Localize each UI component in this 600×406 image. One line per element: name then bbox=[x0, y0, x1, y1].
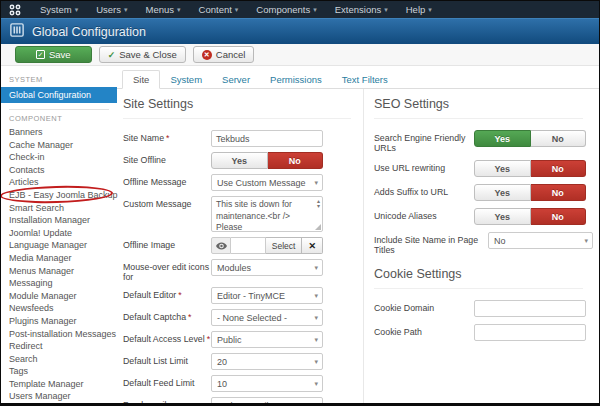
unicode-aliases-toggle: Yes No bbox=[474, 208, 586, 225]
tab-permissions[interactable]: Permissions bbox=[260, 71, 332, 88]
sidebar-item-language-manager[interactable]: Language Manager bbox=[1, 239, 117, 252]
tab-system[interactable]: System bbox=[160, 71, 212, 88]
sidebar-item-installation-manager[interactable]: Installation Manager bbox=[1, 214, 117, 227]
chevron-down-icon: ▾ bbox=[314, 380, 318, 388]
sef-urls-label: Search Engine Friendly URLs bbox=[374, 130, 474, 153]
feed-limit-select[interactable]: 10 ▾ bbox=[211, 375, 323, 392]
sidebar-heading-system: SYSTEM bbox=[9, 75, 109, 84]
sidebar-item-newsfeeds[interactable]: Newsfeeds bbox=[1, 302, 117, 315]
feed-limit-label: Default Feed Limit bbox=[123, 375, 211, 388]
mouseover-icons-label: Mouse-over edit icons for bbox=[123, 259, 211, 282]
sidebar-item-global-configuration[interactable]: Global Configuration bbox=[1, 87, 117, 103]
tab-server[interactable]: Server bbox=[212, 71, 260, 88]
cookie-domain-label: Cookie Domain bbox=[374, 300, 474, 313]
menu-extensions[interactable]: Extensions▾ bbox=[326, 4, 397, 15]
chevron-down-icon: ▾ bbox=[314, 264, 318, 272]
url-suffix-no-button[interactable]: No bbox=[531, 184, 587, 201]
tab-site[interactable]: Site bbox=[122, 70, 160, 89]
custom-message-textarea[interactable]: This site is down for maintenance.<br />… bbox=[211, 196, 323, 232]
sidebar-item-plugins-manager[interactable]: Plugins Manager bbox=[1, 315, 117, 328]
sidebar-item-messaging[interactable]: Messaging bbox=[1, 277, 117, 290]
sidebar-item-search[interactable]: Search bbox=[1, 353, 117, 366]
sef-urls-no-button[interactable]: No bbox=[531, 130, 587, 147]
required-asterisk: * bbox=[207, 334, 210, 344]
save-close-button[interactable]: ✓ Save & Close bbox=[99, 46, 186, 63]
sitename-in-titles-select[interactable]: No ▾ bbox=[488, 232, 593, 249]
sidebar-item-users-manager[interactable]: Users Manager bbox=[1, 390, 117, 403]
cookie-settings-heading: Cookie Settings bbox=[374, 263, 583, 289]
caret-down-icon: ▾ bbox=[124, 6, 128, 13]
offline-message-label: Offline Message bbox=[123, 174, 211, 187]
sidebar-item-module-manager[interactable]: Module Manager bbox=[1, 290, 117, 303]
caret-down-icon: ▾ bbox=[235, 6, 239, 13]
mouseover-icons-select[interactable]: Modules ▾ bbox=[211, 259, 323, 276]
clear-image-button[interactable]: ✕ bbox=[302, 237, 323, 254]
sidebar-item-check-in[interactable]: Check-in bbox=[1, 151, 117, 164]
cookie-domain-input[interactable] bbox=[474, 300, 586, 317]
menu-users[interactable]: Users▾ bbox=[87, 4, 136, 15]
sidebar-item-ejb-easy-joomla-backup[interactable]: EJB - Easy Joomla Backup bbox=[1, 189, 117, 202]
sidebar-heading-component: COMPONENT bbox=[9, 114, 109, 123]
eye-icon[interactable] bbox=[211, 237, 231, 254]
select-image-button[interactable]: Select bbox=[266, 237, 303, 254]
sidebar-item-joomla-update[interactable]: Joomla! Update bbox=[1, 227, 117, 240]
menu-menus[interactable]: Menus▾ bbox=[137, 4, 190, 15]
site-settings-heading: Site Settings bbox=[123, 93, 351, 119]
menu-help[interactable]: Help▾ bbox=[397, 4, 441, 15]
default-access-select[interactable]: Public ▾ bbox=[211, 331, 323, 348]
config-tabs: Site System Server Permissions Text Filt… bbox=[117, 66, 599, 89]
offline-image-input[interactable] bbox=[231, 237, 266, 254]
url-suffix-label: Adds Suffix to URL bbox=[374, 184, 474, 197]
save-button[interactable]: ✓ Save bbox=[15, 46, 92, 63]
sidebar-item-articles[interactable]: Articles bbox=[1, 176, 117, 189]
sidebar-item-contacts[interactable]: Contacts bbox=[1, 164, 117, 177]
list-limit-select[interactable]: 20 ▾ bbox=[211, 353, 323, 370]
sidebar-item-post-installation-messages[interactable]: Post-installation Messages bbox=[1, 328, 117, 341]
sidebar-item-banners[interactable]: Banners bbox=[1, 126, 117, 139]
page-header: Global Configuration bbox=[1, 18, 599, 44]
required-asterisk: * bbox=[188, 312, 191, 322]
cookie-path-input[interactable] bbox=[474, 324, 586, 341]
url-suffix-yes-button[interactable]: Yes bbox=[474, 184, 531, 201]
sidebar-item-menus-manager[interactable]: Menus Manager bbox=[1, 265, 117, 278]
cancel-button[interactable]: ✕ Cancel bbox=[193, 46, 255, 63]
site-name-input[interactable]: Tekbuds bbox=[211, 130, 323, 147]
menu-content[interactable]: Content▾ bbox=[190, 4, 248, 15]
menu-components[interactable]: Components▾ bbox=[247, 4, 325, 15]
default-captcha-select[interactable]: - None Selected - ▾ bbox=[211, 309, 323, 326]
offline-message-select[interactable]: Use Custom Message ▾ bbox=[211, 174, 323, 191]
sef-urls-yes-button[interactable]: Yes bbox=[474, 130, 531, 147]
sidebar-item-media-manager[interactable]: Media Manager bbox=[1, 252, 117, 265]
global-config-icon bbox=[10, 23, 24, 41]
sidebar-item-redirect[interactable]: Redirect bbox=[1, 340, 117, 353]
default-captcha-label: Default Captcha* bbox=[123, 309, 211, 322]
url-rewriting-no-button[interactable]: No bbox=[531, 160, 587, 177]
main-content: Site System Server Permissions Text Filt… bbox=[117, 66, 599, 403]
site-name-label: Site Name* bbox=[123, 130, 211, 143]
caret-down-icon: ▾ bbox=[177, 6, 181, 13]
cookie-path-label: Cookie Path bbox=[374, 324, 474, 337]
unicode-aliases-no-button[interactable]: No bbox=[531, 208, 587, 225]
seo-settings-panel: SEO Settings Search Engine Friendly URLs… bbox=[363, 89, 599, 403]
resize-handle-icon[interactable] bbox=[315, 224, 321, 230]
url-rewriting-yes-button[interactable]: Yes bbox=[474, 160, 531, 177]
sidebar: SYSTEM Global Configuration COMPONENT Ba… bbox=[1, 66, 117, 403]
sidebar-item-template-manager[interactable]: Template Manager bbox=[1, 378, 117, 391]
feed-email-select[interactable]: Author Email ▾ bbox=[211, 397, 323, 406]
unicode-aliases-label: Unicode Aliases bbox=[374, 208, 474, 221]
required-asterisk: * bbox=[166, 133, 169, 143]
site-settings-panel: Site Settings Site Name* Tekbuds Site Of… bbox=[117, 89, 363, 403]
tab-text-filters[interactable]: Text Filters bbox=[332, 71, 398, 88]
menu-system[interactable]: System▾ bbox=[31, 4, 87, 15]
spinner-icon[interactable]: ▴▾ bbox=[317, 199, 320, 209]
site-offline-yes-button[interactable]: Yes bbox=[211, 152, 268, 169]
sidebar-item-tags[interactable]: Tags bbox=[1, 365, 117, 378]
default-access-label: Default Access Level* bbox=[123, 331, 211, 344]
chevron-down-icon: ▾ bbox=[314, 314, 318, 322]
chevron-down-icon: ▾ bbox=[314, 292, 318, 300]
sidebar-item-smart-search[interactable]: Smart Search bbox=[1, 202, 117, 215]
unicode-aliases-yes-button[interactable]: Yes bbox=[474, 208, 531, 225]
sidebar-item-cache-manager[interactable]: Cache Manager bbox=[1, 139, 117, 152]
default-editor-select[interactable]: Editor - TinyMCE ▾ bbox=[211, 287, 323, 304]
site-offline-no-button[interactable]: No bbox=[268, 152, 324, 169]
